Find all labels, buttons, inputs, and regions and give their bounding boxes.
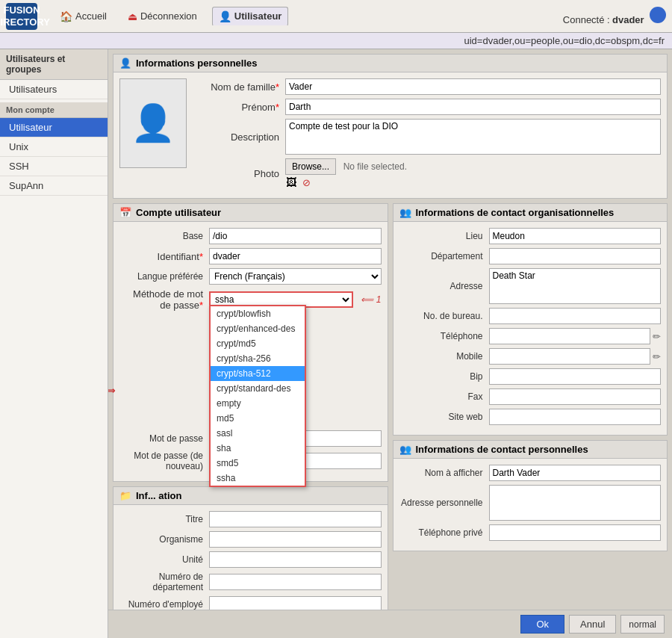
browse-button[interactable]: Browse... — [285, 158, 336, 175]
adresse-input[interactable]: Death Star — [489, 268, 662, 304]
dropdown-item-md5[interactable]: md5 — [211, 411, 305, 426]
annotation-2: 2⟹ — [108, 385, 115, 396]
num-dept-row: Numéro de département — [119, 572, 382, 592]
dropdown-item-crypt-standard-des[interactable]: crypt/standard-des — [211, 381, 305, 396]
connected-info: Connecté : dvader — [563, 7, 666, 25]
dropdown-item-crypt-sha-256[interactable]: crypt/sha-256 — [211, 351, 305, 366]
base-input[interactable] — [209, 228, 382, 244]
site-web-input[interactable] — [489, 409, 662, 425]
mobile-input[interactable] — [489, 348, 651, 365]
personal-info-header: 👤 Informations personnelles — [113, 55, 667, 72]
unite-row: Unité — [119, 551, 382, 568]
methode-container: Méthode de mot de passe* ssha ⟸ 1 — [119, 288, 382, 311]
cancel-button[interactable]: Annul — [569, 615, 616, 634]
compte-body: Base Identifiant* Langue préférée — [113, 222, 388, 481]
dropdown-item-crypt-enhanced-des[interactable]: crypt/enhanced-des — [211, 321, 305, 336]
mobile-edit-icon[interactable]: ✏ — [653, 351, 661, 362]
num-dept-input[interactable] — [209, 574, 382, 590]
num-employe-label: Numéro d'employé — [119, 599, 209, 610]
dropdown-item-crypt-md5[interactable]: crypt/md5 — [211, 336, 305, 351]
contact-perso-body: Nom à afficher Adresse personnelle Télép… — [393, 459, 668, 551]
identifiant-input[interactable] — [209, 248, 382, 264]
description-label: Description — [196, 131, 285, 143]
telephone-prive-label: Téléphone privé — [399, 527, 489, 538]
nom-afficher-input[interactable] — [489, 465, 662, 481]
contact-perso-panel: 👥 Informations de contact personnelles N… — [393, 440, 668, 551]
contact-perso-icon: 👥 — [399, 444, 411, 455]
nav-user[interactable]: 👤 Utilisateur — [212, 7, 289, 26]
sidebar-item-supann[interactable]: SupAnn — [0, 176, 108, 196]
dept-row: Département — [399, 248, 662, 264]
photo-placeholder: 👤 — [131, 102, 175, 144]
organisme-row: Organisme — [119, 531, 382, 548]
dropdown-item-smd5[interactable]: smd5 — [211, 456, 305, 471]
lieu-input[interactable] — [489, 228, 662, 244]
dept-input[interactable] — [489, 248, 662, 264]
unite-input[interactable] — [209, 551, 382, 568]
methode-dropdown[interactable]: crypt/blowfish crypt/enhanced-des crypt/… — [209, 305, 306, 487]
dropdown-item-empty[interactable]: empty — [211, 396, 305, 411]
photo-edit-icon[interactable]: 🖼 — [285, 176, 297, 188]
nom-afficher-row: Nom à afficher — [399, 465, 662, 481]
description-input[interactable]: Compte de test pour la DIO — [285, 119, 661, 155]
nav-disconnect[interactable]: ⏏ Déconnexion — [122, 7, 203, 25]
telephone-edit-icon[interactable]: ✏ — [653, 331, 661, 342]
dropdown-item-sasl[interactable]: sasl — [211, 426, 305, 441]
adresse-label: Adresse — [399, 281, 489, 291]
prenom-input[interactable] — [285, 99, 661, 115]
photo-delete-icon[interactable]: ⊘ — [300, 176, 312, 188]
dept-label: Département — [399, 251, 489, 261]
bureau-input[interactable] — [489, 308, 662, 324]
logo: FUSION DIRECTORY — [6, 3, 37, 30]
organisme-input[interactable] — [209, 531, 382, 548]
nav-home[interactable]: 🏠 Accueil — [54, 7, 113, 25]
num-dept-label: Numéro de département — [119, 572, 209, 592]
contact-orga-panel: 👥 Informations de contact organisationne… — [393, 203, 668, 436]
adresse-perso-input[interactable] — [489, 485, 662, 521]
telephone-input[interactable] — [489, 328, 651, 344]
adresse-perso-row: Adresse personnelle — [399, 485, 662, 521]
dropdown-item-crypt-blowfish[interactable]: crypt/blowfish — [211, 306, 305, 321]
compte-panel: 📅 Compte utilisateur Base Identifiant* — [113, 203, 388, 482]
ok-button[interactable]: Ok — [520, 615, 564, 634]
langue-select[interactable]: French (Français) — [209, 268, 382, 285]
mot-passe-label: Mot de passe — [119, 433, 209, 444]
telephone-prive-input[interactable] — [489, 524, 662, 541]
telephone-prive-row: Téléphone privé — [399, 524, 662, 541]
personal-info-body: 👤 Nom de famille* Prénom* — [113, 72, 667, 198]
sidebar-item-utilisateur[interactable]: Utilisateur — [0, 118, 108, 137]
bip-input[interactable] — [489, 368, 662, 385]
nom-label: Nom de famille* — [196, 81, 285, 93]
compte-header: 📅 Compte utilisateur — [113, 204, 388, 222]
titre-label: Titre — [119, 514, 209, 524]
breadcrumb: uid=dvader,ou=people,ou=dio,dc=obspm,dc=… — [0, 33, 672, 49]
user-avatar — [650, 7, 666, 23]
sidebar-item-unix[interactable]: Unix — [0, 137, 108, 157]
titre-input[interactable] — [209, 511, 382, 527]
dropdown-item-sha[interactable]: sha — [211, 441, 305, 456]
nom-input[interactable] — [285, 78, 661, 95]
prenom-row: Prénom* — [196, 99, 661, 115]
fax-row: Fax — [399, 388, 662, 405]
content: 👤 Informations personnelles 👤 Nom de fam… — [108, 49, 672, 638]
annotation-1: ⟸ 1 — [361, 294, 381, 305]
right-col: 👥 Informations de contact organisationne… — [393, 203, 668, 638]
bottom-bar: Ok Annul normal — [108, 610, 672, 638]
fax-label: Fax — [399, 391, 489, 402]
sidebar-item-utilisateurs[interactable]: Utilisateurs — [0, 80, 108, 99]
sidebar-item-ssh[interactable]: SSH — [0, 157, 108, 176]
telephone-row: Téléphone ✏ — [399, 328, 662, 344]
bureau-label: No. de bureau. — [399, 311, 489, 321]
photo-fields: Nom de famille* Prénom* De — [196, 78, 661, 192]
fax-input[interactable] — [489, 388, 662, 405]
bottom-row: 📅 Compte utilisateur Base Identifiant* — [113, 203, 668, 638]
dropdown-item-crypt-sha-512[interactable]: crypt/sha-512 — [211, 366, 305, 381]
folder-icon: 📁 — [119, 490, 131, 501]
photo-label: Photo — [196, 168, 285, 179]
dropdown-item-ssha[interactable]: ssha — [211, 471, 305, 486]
normal-button[interactable]: normal — [620, 615, 665, 634]
adresse-perso-label: Adresse personnelle — [399, 498, 489, 508]
info-header: 📁 Inf... ation — [113, 487, 388, 505]
sidebar: Utilisateurs et groupes Utilisateurs Mon… — [0, 49, 108, 638]
langue-row: Langue préférée French (Français) — [119, 268, 382, 285]
